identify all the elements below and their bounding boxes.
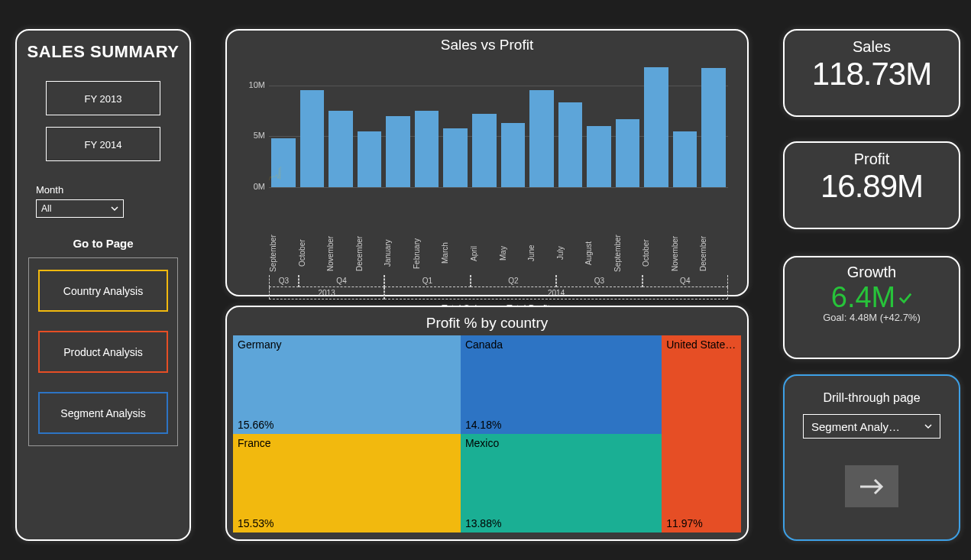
quarter-label: Q2	[471, 275, 556, 287]
chart-plot-area: 0M5M10M	[238, 57, 736, 233]
nav-box: Country Analysis Product Analysis Segmen…	[28, 257, 178, 446]
quarter-label: Q3	[269, 275, 299, 287]
month-value: All	[41, 203, 51, 214]
x-label: August	[584, 233, 613, 275]
x-label: February	[413, 233, 442, 275]
drill-title: Drill-through page	[796, 391, 947, 405]
treemap-cell[interactable]: France15.53%	[233, 434, 461, 532]
x-label: December	[355, 233, 384, 275]
drill-go-button[interactable]	[845, 465, 898, 507]
treemap-cell-name: Mexico	[465, 437, 499, 449]
bar[interactable]	[415, 111, 439, 187]
month-select[interactable]: All	[36, 199, 124, 218]
kpi-growth-value: 6.4M	[831, 281, 912, 314]
bar[interactable]	[673, 131, 698, 187]
drill-through-panel: Drill-through page Segment Analy…	[783, 374, 960, 541]
x-label: October	[642, 233, 671, 275]
x-label: March	[441, 233, 470, 275]
quarter-label: Q4	[642, 275, 728, 287]
kpi-growth-card[interactable]: Growth 6.4M Goal: 4.48M (+42.7%)	[783, 256, 960, 359]
treemap-cell-name: France	[238, 437, 271, 449]
nav-product-analysis[interactable]: Product Analysis	[38, 331, 168, 373]
treemap-cell[interactable]: Canada14.18%	[461, 335, 662, 434]
quarter-label: Q3	[556, 275, 642, 287]
x-label: December	[699, 233, 728, 275]
treemap-cell[interactable]: Mexico13.88%	[461, 434, 662, 532]
kpi-profit-card[interactable]: Profit 16.89M	[783, 141, 960, 229]
treemap-cell-name: Germany	[238, 338, 282, 351]
treemap-area: Germany15.66%France15.53%Canada14.18%Mex…	[233, 335, 741, 532]
treemap-cell-value: 15.66%	[238, 419, 273, 431]
chart-x-axis: SeptemberOctoberNovemberDecemberJanuaryF…	[269, 233, 728, 275]
bar[interactable]	[587, 126, 611, 187]
kpi-profit-label: Profit	[785, 151, 959, 168]
year-label: 2014	[384, 287, 728, 299]
chart-quarter-row: Q3Q4Q1Q2Q3Q4	[269, 275, 728, 287]
bar[interactable]	[644, 67, 668, 187]
fy-2014-button[interactable]: FY 2014	[46, 127, 160, 161]
y-tick: 5M	[238, 131, 265, 140]
page-title: SALES SUMMARY	[17, 42, 189, 62]
bar[interactable]	[529, 90, 554, 187]
sales-vs-profit-chart[interactable]: Sales vs Profit 0M5M10M SeptemberOctober…	[225, 29, 749, 296]
y-tick: 0M	[238, 182, 265, 191]
treemap-cell-name: United State…	[666, 338, 736, 351]
treemap-title: Profit % by country	[233, 315, 741, 332]
quarter-label: Q1	[384, 275, 470, 287]
treemap-cell-value: 13.88%	[465, 517, 501, 529]
month-label: Month	[36, 184, 170, 196]
bar[interactable]	[616, 119, 640, 187]
y-tick: 10M	[238, 80, 265, 89]
quarter-label: Q4	[299, 275, 384, 287]
kpi-growth-goal: Goal: 4.48M (+42.7%)	[785, 312, 959, 323]
year-label: 2013	[269, 287, 384, 299]
bar[interactable]	[472, 114, 497, 187]
bar[interactable]	[701, 68, 726, 187]
bar[interactable]	[443, 128, 468, 187]
x-label: October	[298, 233, 327, 275]
treemap-cell-name: Canada	[465, 338, 503, 351]
bar[interactable]	[501, 123, 526, 187]
kpi-profit-value: 16.89M	[785, 168, 959, 205]
nav-country-analysis[interactable]: Country Analysis	[38, 270, 168, 312]
treemap-cell[interactable]: United State…11.97%	[662, 335, 741, 532]
bar[interactable]	[271, 138, 296, 187]
bar[interactable]	[358, 131, 382, 187]
x-label: June	[527, 233, 556, 275]
treemap-cell-value: 14.18%	[465, 419, 501, 431]
fy-2013-button[interactable]: FY 2013	[46, 81, 160, 115]
kpi-sales-card[interactable]: Sales 118.73M	[783, 29, 960, 117]
sidebar-panel: SALES SUMMARY FY 2013 FY 2014 Month All …	[15, 29, 191, 541]
bar[interactable]	[386, 116, 410, 187]
x-label: September	[613, 233, 642, 275]
x-label: September	[269, 233, 298, 275]
check-icon	[898, 291, 912, 305]
chevron-down-icon	[924, 422, 932, 430]
x-label: November	[326, 233, 355, 275]
x-label: July	[556, 233, 585, 275]
chevron-down-icon	[111, 205, 118, 212]
x-label: April	[470, 233, 499, 275]
treemap-cell[interactable]: Germany15.66%	[233, 335, 461, 434]
bar[interactable]	[329, 111, 353, 187]
drill-select[interactable]: Segment Analy…	[803, 414, 940, 439]
bar[interactable]	[558, 102, 583, 187]
drill-selected-value: Segment Analy…	[811, 420, 900, 433]
kpi-sales-value: 118.73M	[785, 56, 959, 92]
month-filter: Month All	[17, 184, 189, 218]
profit-by-country-treemap[interactable]: Profit % by country Germany15.66%France1…	[225, 306, 749, 541]
nav-segment-analysis[interactable]: Segment Analysis	[38, 392, 168, 434]
treemap-cell-value: 11.97%	[666, 517, 702, 529]
x-label: May	[499, 233, 528, 275]
kpi-sales-label: Sales	[785, 38, 959, 56]
x-label: November	[671, 233, 700, 275]
kpi-growth-label: Growth	[785, 264, 959, 281]
bar[interactable]	[300, 90, 325, 187]
chart-title: Sales vs Profit	[238, 37, 736, 53]
treemap-cell-value: 15.53%	[238, 517, 273, 529]
chart-year-row: 20132014	[269, 287, 728, 299]
goto-header: Go to Page	[17, 237, 189, 250]
x-label: January	[384, 233, 413, 275]
arrow-right-icon	[856, 475, 887, 498]
